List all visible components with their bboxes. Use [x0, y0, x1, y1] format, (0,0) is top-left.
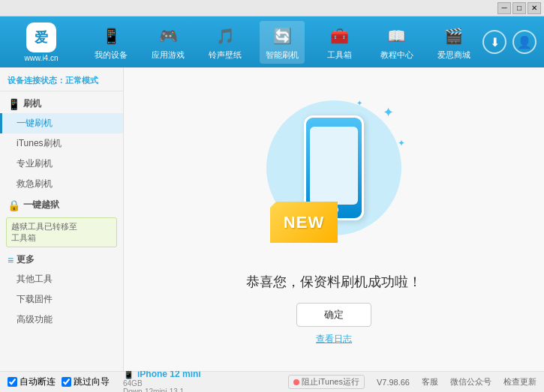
ringtone-icon: 🎵	[213, 24, 237, 48]
wechat-link[interactable]: 微信公众号	[450, 376, 491, 388]
smart-flash-label: 智能刷机	[266, 49, 299, 61]
download-button[interactable]: ⬇	[482, 30, 506, 54]
flash-group-icon: 📱	[8, 98, 20, 110]
sidebar-item-one-click-flash[interactable]: 一键刷机	[0, 113, 123, 133]
auto-scroll-label: 自动断连	[20, 376, 56, 388]
app-game-icon: 🎮	[156, 24, 180, 48]
itunes-status[interactable]: 阻止iTunes运行	[288, 375, 365, 389]
jailbreak-group: 🔒 一键越狱 越狱工具已转移至工具箱	[0, 196, 123, 247]
itunes-indicator	[293, 379, 299, 385]
flash-group: 📱 刷机 一键刷机 iTunes刷机 专业刷机 救急刷机	[0, 94, 123, 194]
more-group-label: 更多	[17, 253, 35, 266]
toolbox-label: 工具箱	[327, 49, 352, 61]
status-label: 设备连接状态：	[8, 76, 65, 85]
nav-bar: 📱 我的设备 🎮 应用游戏 🎵 铃声壁纸 🔄 智能刷机 🧰 工具箱 📖 教程中心…	[83, 21, 482, 64]
window-controls[interactable]: ─ □ ✕	[497, 2, 541, 14]
star-2: ✦	[398, 138, 405, 148]
nav-media-store[interactable]: 🎬 爱思商城	[431, 21, 476, 64]
main-area: 设备连接状态：正常模式 📱 刷机 一键刷机 iTunes刷机 专业刷机 救急刷机…	[0, 67, 544, 371]
new-badge: NEW	[270, 202, 338, 243]
media-store-icon: 🎬	[442, 24, 466, 48]
logo-icon: 爱	[26, 22, 56, 52]
more-group-icon: ≡	[8, 254, 14, 266]
jailbreak-group-title: 🔒 一键越狱	[0, 196, 123, 214]
maximize-button[interactable]: □	[512, 2, 526, 14]
customer-service-link[interactable]: 客服	[422, 376, 438, 388]
device-status: 设备连接状态：正常模式	[0, 72, 123, 91]
sidebar-item-other-tools[interactable]: 其他工具	[0, 269, 123, 289]
sidebar-item-download-firmware[interactable]: 下载固件	[0, 289, 123, 310]
goto-log-link[interactable]: 查看日志	[316, 333, 352, 346]
new-badge-text: NEW	[284, 213, 324, 232]
flash-group-label: 刷机	[23, 97, 41, 110]
flash-group-title: 📱 刷机	[0, 94, 123, 113]
title-bar: ─ □ ✕	[0, 0, 544, 16]
logo-url: www.i4.cn	[24, 54, 58, 62]
more-group-title: ≡ 更多	[0, 250, 123, 269]
my-device-label: 我的设备	[95, 49, 128, 61]
phone-illustration: ✦ ✦ ✦ NEW	[259, 93, 409, 258]
jailbreak-notice: 越狱工具已转移至工具箱	[6, 217, 117, 247]
auto-scroll-check[interactable]	[8, 377, 17, 387]
itunes-status-label: 阻止iTunes运行	[302, 376, 359, 388]
auto-scroll-checkbox[interactable]: 自动断连	[8, 376, 56, 388]
header: 爱 www.i4.cn 📱 我的设备 🎮 应用游戏 🎵 铃声壁纸 🔄 智能刷机 …	[0, 16, 544, 67]
success-message: 恭喜您，保资料刷机成功啦！	[246, 273, 422, 291]
close-button[interactable]: ✕	[527, 2, 541, 14]
header-right: ⬇ 👤	[482, 30, 536, 54]
smart-flash-icon: 🔄	[270, 24, 294, 48]
bottom-left: 自动断连 跳过向导 📱 iPhone 12 mini 64GB Down-12m…	[8, 369, 201, 393]
nav-toolbox[interactable]: 🧰 工具箱	[317, 21, 362, 64]
status-value: 正常模式	[65, 76, 98, 85]
media-store-label: 爱思商城	[437, 49, 470, 61]
minimize-button[interactable]: ─	[497, 2, 511, 14]
nav-tutorial[interactable]: 📖 教程中心	[374, 21, 419, 64]
bottom-right: 阻止iTunes运行 V7.98.66 客服 微信公众号 检查更新	[288, 375, 536, 389]
sidebar-item-itunes-flash[interactable]: iTunes刷机	[0, 133, 123, 154]
version-text: V7.98.66	[377, 378, 410, 387]
via-wizard-checkbox[interactable]: 跳过向导	[62, 376, 110, 388]
sidebar-item-pro-flash[interactable]: 专业刷机	[0, 154, 123, 174]
nav-ringtone[interactable]: 🎵 铃声壁纸	[203, 21, 248, 64]
via-wizard-label: 跳过向导	[74, 376, 110, 388]
tutorial-icon: 📖	[385, 24, 409, 48]
tutorial-label: 教程中心	[380, 49, 413, 61]
user-button[interactable]: 👤	[512, 30, 536, 54]
toolbox-icon: 🧰	[328, 24, 352, 48]
nav-app-game[interactable]: 🎮 应用游戏	[146, 21, 191, 64]
via-wizard-check[interactable]	[62, 377, 71, 387]
bottom-bar: 自动断连 跳过向导 📱 iPhone 12 mini 64GB Down-12m…	[0, 371, 544, 392]
confirm-button[interactable]: 确定	[296, 303, 371, 327]
my-device-icon: 📱	[99, 24, 123, 48]
nav-my-device[interactable]: 📱 我的设备	[89, 21, 134, 64]
star-3: ✦	[356, 99, 362, 107]
nav-smart-flash[interactable]: 🔄 智能刷机	[260, 21, 305, 64]
app-game-label: 应用游戏	[152, 49, 185, 61]
device-storage: 64GB	[123, 379, 201, 388]
content-area: ✦ ✦ ✦ NEW 恭喜您，保资料刷机成功啦！ 确定 查看日志	[124, 67, 544, 371]
star-1: ✦	[383, 104, 394, 121]
ringtone-label: 铃声壁纸	[209, 49, 242, 61]
logo[interactable]: 爱 www.i4.cn	[8, 22, 75, 62]
device-info: 📱 iPhone 12 mini 64GB Down-12mini-13.1	[123, 369, 201, 393]
jailbreak-label: 一键越狱	[23, 199, 59, 211]
jailbreak-notice-text: 越狱工具已转移至工具箱	[11, 222, 77, 242]
check-update-link[interactable]: 检查更新	[503, 376, 536, 388]
sidebar-item-advanced[interactable]: 高级功能	[0, 310, 123, 330]
lock-icon: 🔒	[8, 199, 20, 211]
more-group: ≡ 更多 其他工具 下载固件 高级功能	[0, 250, 123, 330]
sidebar-item-recovery-flash[interactable]: 救急刷机	[0, 174, 123, 194]
device-firmware: Down-12mini-13.1	[123, 388, 201, 393]
sidebar: 设备连接状态：正常模式 📱 刷机 一键刷机 iTunes刷机 专业刷机 救急刷机…	[0, 67, 124, 371]
phone-screen	[310, 127, 358, 205]
